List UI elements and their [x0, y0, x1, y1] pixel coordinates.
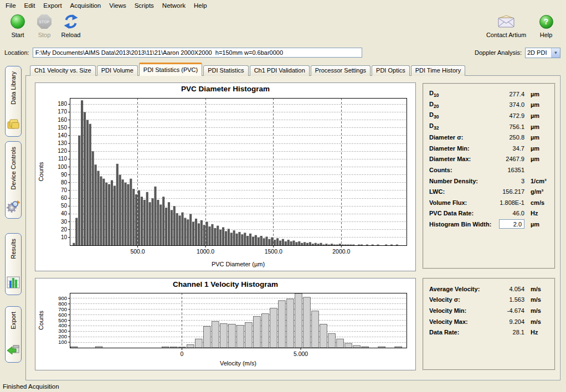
stat-value: 4.054: [492, 286, 524, 292]
menu-item-scripts[interactable]: Scripts: [131, 1, 158, 10]
stat-value: 9.204: [492, 318, 524, 325]
tab-pdi-statistics-pvc[interactable]: PDI Statistics (PVC): [139, 63, 202, 76]
main-area: Data LibraryDevice ControlsResultsExport…: [0, 61, 566, 380]
location-input[interactable]: [33, 48, 362, 58]
stat-unit: µm: [524, 123, 549, 130]
start-button-label: Start: [11, 32, 24, 38]
svg-text:500.0: 500.0: [130, 248, 145, 255]
stat-label: Histogram Bin Width:: [429, 221, 492, 228]
stat-label: D20: [429, 101, 492, 109]
chevron-down-icon: ▼: [551, 48, 560, 58]
stat-value: 374.0: [492, 101, 524, 108]
svg-text:1000.0: 1000.0: [197, 248, 214, 255]
stat-row-velocity-min: Velocity Min:-4.674m/s: [429, 305, 549, 316]
svg-text:130: 130: [58, 140, 67, 146]
tab-pdi-statistics[interactable]: PDI Statistics: [203, 65, 248, 76]
stat-unit: g/m³: [524, 188, 549, 195]
contact-artium-button[interactable]: Contact Artium: [484, 13, 528, 39]
status-bar: Finished Acquisition: [0, 380, 566, 392]
help-button[interactable]: ? Help: [534, 13, 558, 39]
stat-value: 472.9: [492, 112, 524, 119]
stat-unit: 1/cm³: [524, 178, 549, 184]
stat-value: 28.1: [492, 329, 524, 336]
histogram-bin-width-input[interactable]: [499, 219, 524, 229]
tab-strip: Ch1 Velocity vs. SizePDI VolumePDI Stati…: [25, 61, 560, 75]
chart-title: Channel 1 Velocity Histogram: [35, 278, 415, 290]
tab-pdi-time-history[interactable]: PDI Time History: [411, 65, 466, 76]
svg-text:100: 100: [58, 339, 67, 345]
svg-text:400: 400: [58, 322, 67, 328]
stat-value: 1.563: [492, 296, 524, 303]
pvc-diameter-histogram-chart: 1020304050607080901001101201301401501601…: [35, 95, 414, 270]
stat-value: [492, 219, 524, 229]
export-arrow-icon: [7, 343, 20, 359]
stat-unit: µm: [524, 134, 549, 141]
location-label: Location:: [4, 49, 29, 56]
svg-text:900: 900: [58, 295, 67, 301]
stat-value: 1.808E-1: [492, 199, 524, 206]
stat-row-diameter-max: Diameter Max:2467.9µm: [429, 154, 549, 165]
toolbar-right-group: Contact Artium ? Help: [484, 13, 558, 39]
start-button[interactable]: Start: [6, 13, 30, 39]
stat-label: Diameter σ:: [429, 134, 492, 141]
stat-unit: m/s: [524, 296, 549, 303]
menu-item-edit[interactable]: Edit: [20, 1, 40, 10]
menu-item-network[interactable]: Network: [158, 1, 190, 10]
velocity-histogram-chart: 10020030040050060070080090005.000Velocit…: [35, 290, 414, 369]
svg-text:120: 120: [58, 148, 67, 154]
doppler-analysis-value: 2D PDI: [526, 49, 551, 56]
svg-text:10: 10: [61, 234, 68, 240]
stat-value: 277.4: [492, 91, 524, 97]
stat-row-velocity-max: Velocity Max:9.204m/s: [429, 316, 549, 327]
svg-text:160: 160: [58, 117, 67, 123]
stat-value: 156.217: [492, 188, 524, 195]
stat-row-average-velocity: Average Velocity:4.054m/s: [429, 283, 549, 295]
app-window: FileEditExportAcquisitionViewsScriptsNet…: [0, 0, 566, 392]
menu-item-acquisition[interactable]: Acquisition: [66, 1, 106, 10]
sidebar-item-export[interactable]: Export: [5, 306, 22, 363]
stat-value: 3: [492, 178, 524, 184]
envelope-icon: [498, 14, 514, 29]
velocity-statistics-panel: Average Velocity:4.054m/sVelocity σ:1.56…: [423, 278, 555, 370]
content-area: Ch1 Velocity vs. SizePDI VolumePDI Stati…: [25, 61, 566, 380]
stat-label: Velocity Min:: [429, 307, 492, 314]
bar-chart-icon: [7, 276, 20, 291]
menu-item-views[interactable]: Views: [105, 1, 130, 10]
tab-ch1-velocity-vs-size[interactable]: Ch1 Velocity vs. Size: [30, 65, 96, 76]
tab-pdi-volume[interactable]: PDI Volume: [97, 65, 138, 76]
tab-ch1-pdi-validation[interactable]: Ch1 PDI Validation: [250, 65, 310, 76]
svg-text:90: 90: [61, 172, 68, 178]
doppler-analysis-select[interactable]: 2D PDI ▼: [525, 48, 560, 58]
svg-text:1500.0: 1500.0: [265, 248, 282, 255]
pvc-diameter-histogram-panel: PVC Diameter Histogram 10203040506070809…: [35, 82, 416, 271]
tab-pdi-optics[interactable]: PDI Optics: [372, 65, 410, 76]
svg-text:100: 100: [58, 164, 67, 170]
sidebar-item-results[interactable]: Results: [5, 233, 22, 295]
stat-label: PVC Data Rate:: [429, 210, 492, 216]
menu-bar: FileEditExportAcquisitionViewsScriptsNet…: [0, 0, 566, 11]
doppler-analysis-label: Doppler Analysis:: [475, 49, 522, 56]
menu-item-export[interactable]: Export: [39, 1, 66, 10]
sidebar-item-device-controls[interactable]: Device Controls: [5, 141, 22, 219]
tab-page: PVC Diameter Histogram 10203040506070809…: [25, 75, 560, 380]
svg-text:50: 50: [61, 203, 68, 209]
stat-unit: m/s: [524, 286, 549, 292]
sidebar-item-data-library[interactable]: Data Library: [5, 66, 22, 137]
svg-text:110: 110: [58, 156, 67, 162]
stat-label: Data Rate:: [429, 329, 492, 336]
sidebar-item-label: Results: [10, 239, 17, 259]
menu-item-help[interactable]: Help: [190, 1, 212, 10]
stat-unit: µm: [524, 112, 549, 119]
stat-row-d30: D30472.9µm: [429, 110, 549, 121]
stat-row-d20: D20374.0µm: [429, 100, 549, 111]
stat-row-diameter: Diameter σ:250.8µm: [429, 132, 549, 143]
reload-button[interactable]: Reload: [59, 13, 83, 39]
stat-value: 250.8: [492, 134, 524, 141]
stat-label: Velocity σ:: [429, 296, 492, 303]
stat-row-volume-flux: Volume Flux:1.808E-1cm/s: [429, 197, 549, 208]
menu-item-file[interactable]: File: [2, 1, 20, 10]
tab-processor-settings[interactable]: Processor Settings: [311, 65, 371, 76]
svg-text:300: 300: [58, 328, 67, 334]
svg-text:30: 30: [61, 219, 68, 225]
stat-label: Average Velocity:: [429, 286, 492, 292]
